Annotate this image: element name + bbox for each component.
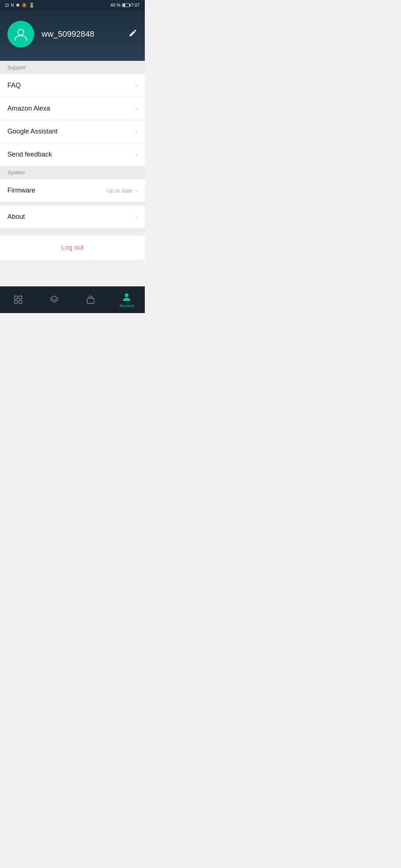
amazon-alexa-item[interactable]: Amazon Alexa › <box>0 97 145 120</box>
amazon-alexa-label: Amazon Alexa <box>7 105 50 112</box>
status-bar: ⊡ N ✱ 🔕 ⏳ 40 % 7:07 <box>0 0 145 10</box>
amazon-alexa-right: › <box>136 106 137 112</box>
battery-percent: 40 % <box>110 3 120 8</box>
sim-icon: ⊡ <box>5 3 9 8</box>
google-assistant-chevron: › <box>136 129 137 135</box>
svg-rect-4 <box>19 300 22 303</box>
nav-item-grid[interactable] <box>0 286 36 313</box>
account-icon <box>122 292 131 302</box>
firmware-label: Firmware <box>7 187 35 194</box>
bottom-nav: Account <box>0 286 145 313</box>
nfc-icon: N <box>11 3 14 8</box>
svg-point-0 <box>18 29 24 35</box>
faq-right: › <box>136 83 137 89</box>
about-right: › <box>136 214 137 220</box>
grid-icon <box>13 295 23 305</box>
svg-rect-2 <box>19 296 22 299</box>
alarm-icon: 🔕 <box>22 3 27 8</box>
support-section-label: Support <box>0 61 145 74</box>
firmware-value: Up to date <box>107 187 132 194</box>
google-assistant-item[interactable]: Google Assistant › <box>0 120 145 143</box>
profile-header: ww_50992848 <box>0 10 145 61</box>
send-feedback-right: › <box>136 152 137 158</box>
about-chevron: › <box>136 214 137 220</box>
timer-icon: ⏳ <box>29 3 35 8</box>
google-assistant-right: › <box>136 129 137 135</box>
svg-rect-5 <box>87 298 94 303</box>
logout-button[interactable]: Log out <box>61 244 84 251</box>
avatar-icon <box>13 26 29 42</box>
bag-icon <box>86 295 95 305</box>
faq-chevron: › <box>136 83 137 89</box>
spacer-1 <box>0 202 145 206</box>
send-feedback-chevron: › <box>136 152 137 158</box>
support-menu-list: FAQ › Amazon Alexa › Google Assistant › … <box>0 74 145 166</box>
spacer-2 <box>0 228 145 232</box>
about-menu-list: About › <box>0 206 145 228</box>
layers-icon <box>49 295 59 305</box>
bluetooth-icon: ✱ <box>16 3 20 8</box>
svg-rect-3 <box>14 300 17 303</box>
firmware-chevron: › <box>136 188 137 194</box>
faq-item[interactable]: FAQ › <box>0 74 145 97</box>
status-right-icons: 40 % 7:07 <box>110 3 140 8</box>
about-label: About <box>7 213 25 221</box>
firmware-right: Up to date › <box>107 187 137 194</box>
send-feedback-label: Send feedback <box>7 151 52 158</box>
logout-section: Log out <box>0 236 145 260</box>
avatar <box>7 21 34 47</box>
nav-item-bag[interactable] <box>72 286 109 313</box>
system-section-label: System <box>0 166 145 179</box>
edit-button[interactable] <box>128 29 137 40</box>
faq-label: FAQ <box>7 82 21 89</box>
about-item[interactable]: About › <box>0 206 145 228</box>
status-left-icons: ⊡ N ✱ 🔕 ⏳ <box>5 3 35 8</box>
google-assistant-label: Google Assistant <box>7 128 58 135</box>
firmware-item[interactable]: Firmware Up to date › <box>0 179 145 202</box>
account-nav-label: Account <box>119 303 134 308</box>
svg-rect-1 <box>14 296 17 299</box>
system-menu-list: Firmware Up to date › <box>0 179 145 202</box>
nav-item-layers[interactable] <box>36 286 73 313</box>
nav-item-account[interactable]: Account <box>109 286 145 313</box>
time-display: 7:07 <box>131 3 140 8</box>
battery-icon <box>122 3 130 7</box>
send-feedback-item[interactable]: Send feedback › <box>0 143 145 166</box>
amazon-alexa-chevron: › <box>136 106 137 112</box>
username: ww_50992848 <box>42 29 128 39</box>
svg-point-6 <box>125 293 128 297</box>
